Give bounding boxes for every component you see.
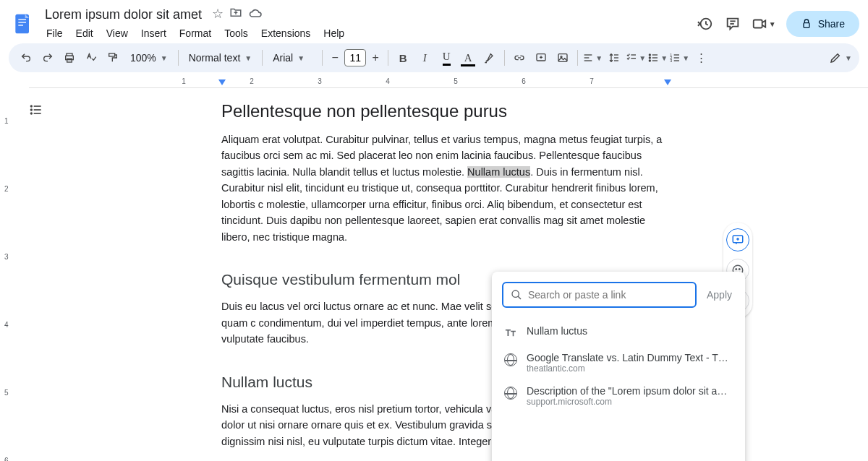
line-spacing-button[interactable] bbox=[604, 48, 624, 68]
menu-edit[interactable]: Edit bbox=[70, 25, 99, 42]
menu-tools[interactable]: Tools bbox=[218, 25, 254, 42]
doc-title[interactable]: Lorem ipsum dolor sit amet bbox=[41, 6, 206, 24]
vertical-ruler[interactable]: 1 2 3 4 5 6 bbox=[0, 88, 29, 461]
svg-rect-1 bbox=[18, 19, 26, 20]
link-suggestion-web[interactable]: Google Translate vs. Latin Dummy Text - … bbox=[503, 346, 733, 379]
insert-link-popup: Apply Tᴛ Nullam luctus Google Translate … bbox=[492, 272, 745, 461]
link-suggestion-web[interactable]: Description of the "Lorem ipsum dolor si… bbox=[503, 379, 733, 413]
paragraph[interactable]: Aliquam erat volutpat. Curabitur pulvina… bbox=[221, 132, 670, 245]
history-icon[interactable] bbox=[697, 15, 714, 33]
svg-point-26 bbox=[650, 54, 651, 56]
svg-point-49 bbox=[739, 269, 741, 270]
insert-link-button[interactable] bbox=[509, 48, 529, 68]
decrease-font-size[interactable]: − bbox=[327, 50, 343, 66]
svg-text:3: 3 bbox=[671, 59, 673, 63]
svg-rect-16 bbox=[558, 54, 567, 62]
insert-image-button[interactable] bbox=[553, 48, 573, 68]
svg-rect-3 bbox=[18, 25, 23, 25]
globe-icon bbox=[503, 386, 518, 400]
meet-icon[interactable]: ▼ bbox=[752, 15, 776, 33]
align-dropdown[interactable]: ▼ bbox=[582, 48, 603, 68]
share-label: Share bbox=[818, 18, 845, 30]
svg-rect-12 bbox=[109, 53, 115, 56]
highlight-button[interactable] bbox=[480, 48, 500, 68]
menu-insert[interactable]: Insert bbox=[135, 25, 172, 42]
bold-button[interactable]: B bbox=[393, 48, 413, 68]
star-icon[interactable]: ☆ bbox=[212, 6, 224, 24]
editing-mode-dropdown[interactable]: ▼ bbox=[829, 51, 852, 64]
font-size-input[interactable] bbox=[344, 49, 366, 66]
toolbar: 100%▼ Normal text▼ Arial▼ − + B I U A ▼ … bbox=[9, 43, 859, 72]
search-icon bbox=[511, 289, 522, 301]
text-icon: Tᴛ bbox=[503, 326, 518, 340]
docs-logo[interactable] bbox=[9, 9, 38, 38]
add-comment-button[interactable] bbox=[531, 48, 551, 68]
checklist-dropdown[interactable]: ▼ bbox=[626, 48, 646, 68]
menu-file[interactable]: File bbox=[41, 25, 69, 42]
menu-bar: File Edit View Insert Format Tools Exten… bbox=[41, 25, 697, 42]
link-search-input[interactable] bbox=[528, 289, 688, 301]
svg-rect-7 bbox=[753, 20, 762, 28]
svg-rect-8 bbox=[804, 23, 809, 28]
bulleted-list-dropdown[interactable]: ▼ bbox=[647, 48, 668, 68]
comments-icon[interactable] bbox=[724, 15, 741, 33]
menu-format[interactable]: Format bbox=[174, 25, 217, 42]
menu-view[interactable]: View bbox=[101, 25, 134, 42]
print-button[interactable] bbox=[59, 48, 80, 68]
selected-text: Nullam luctus bbox=[467, 166, 530, 178]
apply-link-button[interactable]: Apply bbox=[704, 285, 735, 305]
svg-line-52 bbox=[518, 296, 521, 299]
add-comment-pill[interactable] bbox=[726, 228, 749, 251]
right-indent-marker[interactable] bbox=[664, 79, 671, 85]
spellcheck-button[interactable] bbox=[81, 48, 101, 68]
svg-point-51 bbox=[512, 290, 519, 297]
heading-1[interactable]: Pellentesque non pellentesque purus bbox=[221, 101, 706, 121]
italic-button[interactable]: I bbox=[414, 48, 435, 68]
svg-rect-2 bbox=[18, 22, 26, 22]
redo-button[interactable] bbox=[38, 48, 58, 68]
cloud-status-icon[interactable] bbox=[248, 6, 263, 24]
more-toolbar-button[interactable]: ⋮ bbox=[691, 48, 711, 68]
paragraph-style-dropdown[interactable]: Normal text▼ bbox=[183, 52, 258, 64]
svg-point-48 bbox=[736, 269, 737, 270]
text-color-button[interactable]: A bbox=[458, 48, 478, 68]
underline-button[interactable]: U bbox=[436, 48, 456, 68]
svg-point-30 bbox=[650, 60, 651, 61]
svg-point-28 bbox=[650, 57, 651, 59]
increase-font-size[interactable]: + bbox=[367, 50, 383, 66]
left-indent-marker[interactable] bbox=[218, 79, 226, 85]
numbered-list-dropdown[interactable]: 123▼ bbox=[669, 48, 689, 68]
horizontal-ruler[interactable]: 1 2 3 4 5 6 7 bbox=[29, 77, 868, 88]
undo-button[interactable] bbox=[16, 48, 36, 68]
zoom-dropdown[interactable]: 100%▼ bbox=[124, 52, 174, 64]
menu-extensions[interactable]: Extensions bbox=[255, 25, 316, 42]
share-button[interactable]: Share bbox=[786, 11, 859, 37]
link-search-box[interactable] bbox=[502, 282, 697, 308]
font-dropdown[interactable]: Arial▼ bbox=[267, 52, 318, 64]
menu-help[interactable]: Help bbox=[318, 25, 350, 42]
link-suggestion-text[interactable]: Tᴛ Nullam luctus bbox=[503, 319, 733, 346]
paint-format-button[interactable] bbox=[103, 48, 123, 68]
move-icon[interactable] bbox=[229, 6, 242, 24]
globe-icon bbox=[503, 353, 518, 367]
